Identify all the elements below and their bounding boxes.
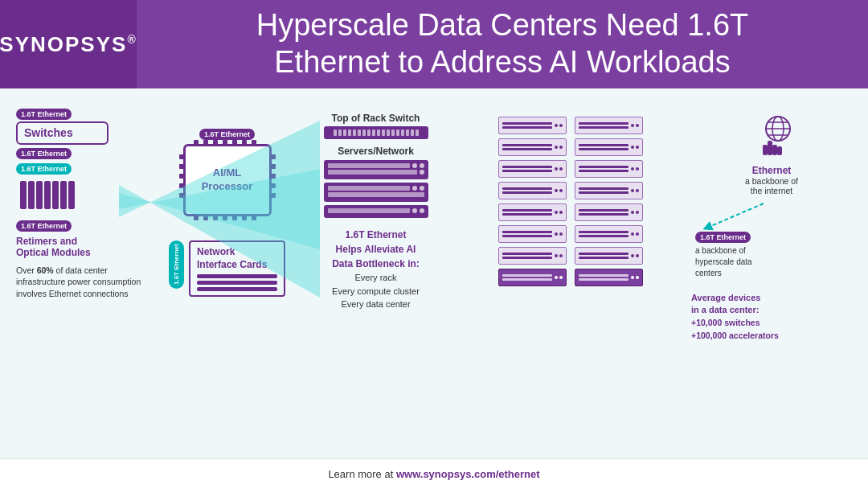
rack-port [362, 129, 366, 136]
chip-pin [232, 216, 237, 220]
list-item-cluster: Every compute cluster [332, 285, 420, 298]
servers-label: Servers/Network [338, 146, 414, 157]
chip-pin [223, 140, 227, 145]
chip-pin [179, 154, 184, 159]
col-center-info: Top of Rack Switch [301, 105, 450, 311]
rack-port [387, 129, 390, 136]
mini-bar [502, 231, 552, 233]
mini-bar [579, 191, 628, 194]
mini-server-bars [502, 144, 552, 150]
rack-port [372, 129, 375, 136]
server-row [328, 170, 424, 175]
stack-bar [60, 181, 67, 209]
mini-dot [636, 167, 639, 171]
server-box [324, 183, 428, 202]
chip-pins-left [179, 154, 184, 198]
mini-dot [559, 167, 563, 171]
mini-server-bars [502, 166, 552, 172]
mini-bar [502, 148, 552, 150]
server-bar [328, 170, 417, 175]
server-row [328, 208, 424, 213]
rack-port [338, 129, 342, 136]
mini-dot [559, 211, 563, 214]
chip-pin [271, 183, 276, 188]
logo: SYNOPSYS® [0, 32, 137, 57]
svg-rect-0 [768, 141, 772, 155]
mini-bar [502, 122, 552, 125]
badge-switches-teal: 1.6T Ethernet [16, 163, 72, 175]
server-box [324, 205, 428, 218]
mini-dots [555, 276, 563, 279]
nic-label: NetworkInterface Cards [197, 246, 277, 271]
col-switches: 1.6T Ethernet Switches 1.6T Ethernet 1.6… [16, 105, 153, 300]
server-dot [420, 170, 424, 175]
mini-dots [631, 167, 639, 171]
mini-server [498, 203, 567, 221]
rack-port [382, 129, 385, 136]
mini-dots [631, 211, 639, 214]
rack-port [401, 129, 404, 136]
badge-processor: 1.6T Ethernet [199, 129, 255, 140]
mini-bar [579, 209, 628, 212]
mini-dot [555, 124, 558, 127]
svg-rect-1 [763, 145, 768, 155]
mini-dot [559, 146, 563, 149]
mini-server [575, 203, 643, 221]
ethernet-right-label: Ethernet [752, 165, 792, 176]
col1-bottom-text: Over 60% of data center infrastructure p… [16, 265, 153, 300]
chip-pin [179, 183, 184, 188]
mini-bar [579, 253, 628, 255]
mini-dots [631, 276, 639, 279]
mini-bar [502, 209, 552, 212]
stack-bar [44, 181, 51, 209]
mini-bar [579, 235, 628, 237]
chip-pins-bottom [194, 216, 256, 220]
mini-server [575, 160, 643, 178]
stack-bar [20, 181, 27, 209]
mini-dots [555, 124, 563, 127]
rack-port [358, 129, 361, 136]
mini-server-bars [502, 209, 552, 216]
mini-bar [502, 166, 552, 168]
mini-bar [502, 170, 552, 172]
mini-server-bars [579, 253, 628, 259]
mini-bar [502, 235, 552, 237]
mini-bar [502, 253, 552, 255]
mini-dot [559, 189, 563, 192]
rack-port [406, 129, 409, 136]
chip-pin [271, 154, 276, 159]
chip-pin [271, 174, 276, 179]
mini-server [498, 269, 567, 286]
mini-dots [631, 124, 639, 127]
mini-server-bars [579, 144, 628, 150]
mini-server [575, 182, 643, 199]
list-item-datacenter: Every data center [332, 298, 420, 311]
bottleneck-line2: Helps Alleviate AI [332, 242, 420, 257]
server-dot [420, 208, 424, 213]
footer-text: Learn more at www.synopsys.com/ethernet [328, 468, 539, 480]
list-item-rack: Every rack [332, 271, 420, 285]
logo-area: SYNOPSYS® [0, 0, 137, 88]
switches-count: +10,000 switches [691, 318, 760, 327]
mini-dot [636, 124, 639, 127]
server-row [328, 163, 424, 168]
mini-server-bars [502, 231, 552, 237]
mini-bar [502, 213, 552, 216]
header: SYNOPSYS® Hyperscale Data Centers Need 1… [0, 0, 868, 88]
rack-port [343, 129, 346, 136]
rack-switch-label: Top of Rack Switch [332, 113, 420, 124]
badge-switches-mid: 1.6T Ethernet [16, 148, 72, 159]
mini-dot [559, 276, 563, 279]
server-bar [328, 192, 424, 197]
mini-dot [636, 211, 639, 214]
mini-dot [631, 232, 634, 236]
switches-box: Switches [16, 121, 108, 145]
mini-server [575, 138, 643, 156]
mini-dots [555, 211, 563, 214]
mini-server-bars [579, 187, 628, 194]
mini-dot [631, 254, 634, 257]
server-dot [412, 208, 417, 213]
chip-pin [213, 140, 218, 145]
mini-server-bars [502, 122, 552, 129]
rack-port [334, 129, 337, 136]
